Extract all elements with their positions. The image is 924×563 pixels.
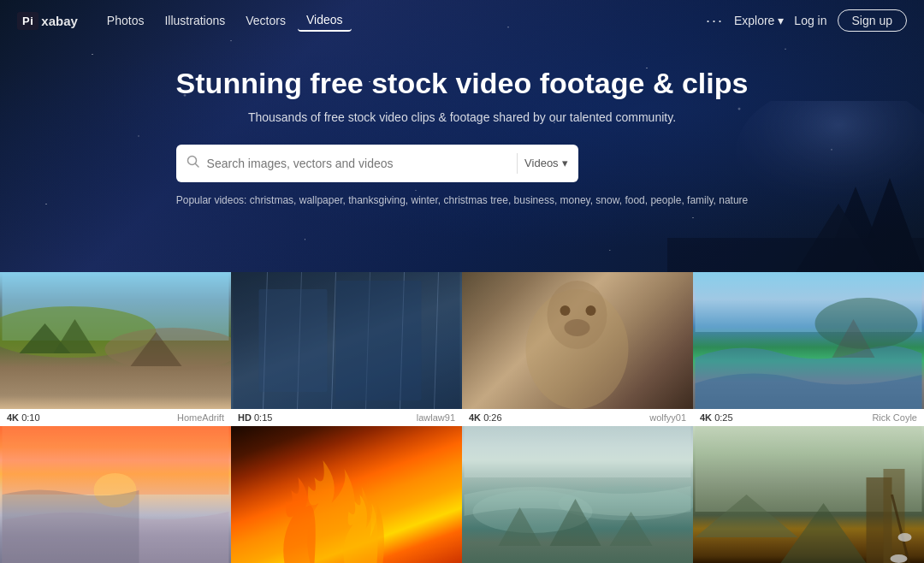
video-thumbnail <box>231 426 462 563</box>
video-thumbnail <box>231 272 462 409</box>
explore-button[interactable]: Explore ▾ <box>734 14 784 27</box>
video-meta: 4K 0:25 Rick Coyle <box>693 409 924 426</box>
video-badge: 4K <box>469 412 481 423</box>
video-badge-duration: 4K 0:25 <box>700 412 733 423</box>
video-badge: HD <box>238 412 252 423</box>
hero-subtitle: Thousands of free stock video clips & fo… <box>176 110 749 124</box>
search-icon <box>187 155 200 172</box>
video-duration: 0:25 <box>714 412 732 423</box>
nav-videos[interactable]: Videos <box>298 9 352 32</box>
search-input[interactable] <box>207 157 510 170</box>
video-badge-duration: 4K 0:26 <box>469 412 502 423</box>
video-badge: 4K <box>7 412 19 423</box>
video-card[interactable]: 4K 0:08 sudeshkumar07 <box>693 426 924 563</box>
svg-point-23 <box>548 281 607 349</box>
svg-point-45 <box>891 554 908 563</box>
signup-button[interactable]: Sign up <box>838 9 907 32</box>
logo-icon: Pi <box>17 12 38 30</box>
video-thumbnail <box>0 272 231 409</box>
video-duration: 0:10 <box>21 412 39 423</box>
video-card[interactable]: HD 0:24 FreeCreativeStuff <box>231 426 462 563</box>
logo-text: xabay <box>41 14 78 28</box>
svg-line-6 <box>195 163 198 167</box>
video-gallery: 4K 0:10 HomeAdrift HD 0:15 <box>0 272 924 563</box>
chevron-down-icon: ▾ <box>778 14 784 27</box>
nav-vectors[interactable]: Vectors <box>237 10 294 31</box>
video-card[interactable]: 4K 0:20 adege <box>462 426 693 563</box>
video-author: wolfyy01 <box>649 412 686 423</box>
popular-tags: Popular videos: christmas, wallpaper, th… <box>176 194 749 206</box>
header-actions: ··· Explore ▾ Log in Sign up <box>706 9 907 32</box>
login-button[interactable]: Log in <box>794 14 826 27</box>
svg-point-24 <box>560 305 571 316</box>
nav-illustrations[interactable]: Illustrations <box>156 10 234 31</box>
hero-title: Stunning free stock video footage & clip… <box>176 67 749 100</box>
svg-rect-21 <box>336 281 422 400</box>
video-card[interactable]: 4K 0:25 Rick Coyle <box>693 272 924 426</box>
svg-rect-4 <box>667 238 924 272</box>
svg-point-26 <box>565 319 590 336</box>
svg-point-25 <box>586 305 596 316</box>
category-chevron-icon: ▾ <box>562 157 568 169</box>
video-author: HomeAdrift <box>177 412 224 423</box>
search-divider <box>517 153 518 174</box>
video-meta: 4K 0:10 HomeAdrift <box>0 409 231 426</box>
video-meta: HD 0:15 lawlaw91 <box>231 409 462 426</box>
logo[interactable]: Pi xabay <box>17 12 78 30</box>
video-duration: 0:26 <box>483 412 501 423</box>
video-card[interactable]: 4K 0:10 HomeAdrift <box>0 272 231 426</box>
svg-rect-42 <box>884 469 905 563</box>
video-badge: 4K <box>700 412 712 423</box>
header: Pi xabay Photos Illustrations Vectors Vi… <box>0 0 924 41</box>
video-thumbnail <box>693 272 924 409</box>
video-badge-duration: 4K 0:10 <box>7 412 40 423</box>
video-thumbnail <box>462 426 693 563</box>
hero-content: Stunning free stock video footage & clip… <box>176 67 749 206</box>
video-duration: 0:15 <box>254 412 272 423</box>
search-category-dropdown[interactable]: Videos ▾ <box>524 157 568 169</box>
svg-rect-20 <box>259 289 328 392</box>
video-card[interactable]: HD 0:15 lawlaw91 <box>231 272 462 426</box>
nav-photos[interactable]: Photos <box>98 10 153 31</box>
video-thumbnail <box>693 426 924 563</box>
svg-point-28 <box>815 298 918 349</box>
video-thumbnail <box>462 272 693 409</box>
more-button[interactable]: ··· <box>706 12 724 30</box>
video-badge-duration: HD 0:15 <box>238 412 272 423</box>
video-author: Rick Coyle <box>872 412 917 423</box>
svg-rect-32 <box>465 426 691 477</box>
video-meta: 4K 0:26 wolfyy01 <box>462 409 693 426</box>
main-nav: Photos Illustrations Vectors Videos <box>98 9 706 32</box>
svg-marker-40 <box>781 503 867 563</box>
svg-point-44 <box>898 533 912 542</box>
video-thumbnail <box>0 426 231 563</box>
search-bar: Videos ▾ <box>176 145 578 182</box>
video-card[interactable]: 4K 0:26 wolfyy01 <box>462 272 693 426</box>
video-card[interactable]: HD 0:06 NewLayer <box>0 426 231 563</box>
video-author: lawlaw91 <box>417 412 455 423</box>
